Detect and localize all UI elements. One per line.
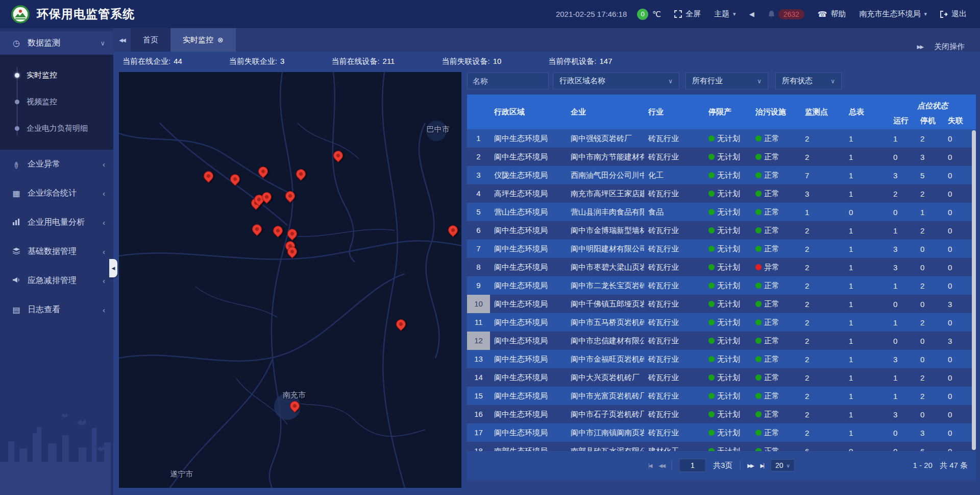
table-body: 1 阆中生态环境局 阆中强锐页岩砖厂 砖瓦行业 无计划 正常 2 1 1 2 0 [467,129,976,451]
next-page-button[interactable]: ▶▶ [747,463,753,468]
row-stopped: 0 [916,410,944,419]
row-monitor-points: 2 [801,153,845,161]
close-tab-icon[interactable]: ⊗ [217,36,224,44]
row-region: 阆中生态环境局 [490,263,567,272]
sidebar-item-base-data-management[interactable]: 基础数据管理 ‹ [0,237,113,266]
notifications[interactable]: 2632 [768,9,804,19]
app-logo-icon [11,5,30,23]
row-monitor-points: 2 [801,226,845,235]
map-roads [119,72,461,488]
mute-speaker-icon[interactable]: ◀ [749,10,754,18]
table-scrollbar[interactable] [972,130,976,450]
row-company: 南充市高坪区王家店建 [567,189,644,199]
table-row[interactable]: 4 高坪生态环境局 南充市高坪区王家店建 砖瓦行业 无计划 正常 3 1 2 2… [467,184,976,203]
theme-dropdown[interactable]: 主题 ▾ [714,9,736,19]
table-row[interactable]: 16 阆中生态环境局 阆中市石子页岩机砖厂 砖瓦行业 无计划 正常 2 1 3 … [467,405,976,423]
sidebar-collapse-button[interactable]: ◀ [109,259,117,277]
table-row[interactable]: 1 阆中生态环境局 阆中强锐页岩砖厂 砖瓦行业 无计划 正常 2 1 1 2 0 [467,129,976,148]
last-page-button[interactable]: ▶| [761,463,764,468]
row-pollution-facility: 正常 [751,355,801,364]
row-production-limit: 无计划 [704,373,751,383]
page-size-select[interactable]: 20 ∨ [771,459,795,472]
sidebar-item-power-usage-analysis[interactable]: 企业用电量分析 ‹ [0,208,113,237]
table-row[interactable]: 13 阆中生态环境局 阆中市金福旺页岩机砖 砖瓦行业 无计划 正常 2 1 3 … [467,350,976,368]
sidebar-item-log-view[interactable]: ▤ 日志查看 ‹ [0,295,113,324]
sidebar-item-label: 企业综合统计 [28,188,77,199]
logout-button[interactable]: 退出 [940,9,967,19]
table-row[interactable]: 17 阆中生态环境局 阆中市江南镇阆南页岩 砖瓦行业 无计划 正常 2 1 0 … [467,423,976,442]
help-button[interactable]: ☎ 帮助 [818,9,846,19]
row-lost: 0 [944,171,976,180]
row-total-meters: 1 [845,318,889,327]
name-search-input[interactable] [467,73,549,89]
fullscreen-button[interactable]: 全屏 [674,9,701,19]
map[interactable]: 巴中市 南充市 遂宁市 [119,72,461,488]
table-row[interactable]: 12 阆中生态环境局 阆中市忠信建材有限公 砖瓦行业 无计划 正常 2 1 0 … [467,332,976,350]
row-lost: 0 [944,392,976,400]
sidebar-item-video-monitoring[interactable]: 视频监控 [0,88,113,115]
column-stopped: 停机 [916,112,944,129]
sidebar-item-enterprise-statistics[interactable]: ▦ 企业综合统计 ‹ [0,179,113,208]
table-row[interactable]: 11 阆中生态环境局 阆中市五马桥页岩机砖 砖瓦行业 无计划 正常 2 1 1 … [467,313,976,332]
row-monitor-points: 2 [801,355,845,364]
close-operations-button[interactable]: 关闭操作 [934,42,965,52]
table-row[interactable]: 14 阆中生态环境局 阆中大兴页岩机砖厂 砖瓦行业 无计划 正常 2 1 1 2… [467,368,976,387]
status-select[interactable]: 所有状态 ∨ [775,73,842,89]
row-running: 0 [889,337,916,345]
table-row[interactable]: 15 阆中生态环境局 阆中市光富页岩机砖厂 砖瓦行业 无计划 正常 2 1 1 … [467,387,976,405]
table-row[interactable]: 5 营山生态环境局 营山县润丰肉食品有限 食品 无计划 正常 1 0 0 1 0 [467,203,976,221]
table-row[interactable]: 3 仪陇生态环境局 西南油气田分公司川中 化工 无计划 正常 7 1 3 5 0 [467,166,976,184]
row-company: 阆中市金博瑞新型墙材 [567,226,644,235]
row-region: 阆中生态环境局 [490,226,567,235]
facility-status-dot [755,209,762,215]
row-stopped: 1 [916,208,944,217]
row-industry: 砖瓦行业 [644,336,704,346]
row-total-meters: 1 [845,171,889,180]
region-select[interactable]: 行政区域名称 ∨ [553,73,679,89]
facility-status-dot [755,246,762,252]
row-stopped: 2 [916,134,944,143]
row-running: 3 [889,171,916,180]
table-header: 行政区域 企业 行业 停限产 治污设施 监测点 总表 点位状态 运行 停机 失联 [467,95,976,129]
row-stopped: 2 [916,373,944,382]
chevron-left-icon: ‹ [103,276,105,285]
industry-select[interactable]: 所有行业 ∨ [685,73,768,89]
sidebar-item-power-load-detail[interactable]: 企业电力负荷明细 [0,115,113,142]
user-org-dropdown[interactable]: 南充市生态环境局 ▾ [859,9,927,19]
row-running: 0 [889,429,916,437]
row-index: 15 [467,387,490,405]
tab-home[interactable]: 首页 [131,28,170,52]
table-row[interactable]: 9 阆中生态环境局 阆中市二龙长宝页岩砖 砖瓦行业 无计划 正常 2 1 1 2… [467,276,976,295]
prev-page-button[interactable]: ◀◀ [658,463,664,468]
status-select-value: 所有状态 [782,76,813,86]
page-number-input[interactable] [679,459,706,472]
table-row[interactable]: 8 阆中生态环境局 阆中市枣碧大梁山页岩 砖瓦行业 无计划 异常 2 1 3 0… [467,258,976,276]
table-row[interactable]: 10 阆中生态环境局 阆中千佛镇五郎垭页岩 砖瓦行业 无计划 正常 2 1 0 … [467,295,976,313]
total-pages-label: 共3页 [713,461,732,470]
row-total-meters: 0 [845,208,889,217]
sidebar-item-data-monitoring[interactable]: ◷ 数据监测 ∨ [0,31,113,55]
tabs-scroll-left-button[interactable]: ◀◀ [113,28,131,52]
row-production-limit: 无计划 [704,244,751,254]
table-row[interactable]: 18 南部生态环境局 南部县砖瓦水泥有限公 建材化工 无计划 正常 6 0 0 … [467,442,976,451]
row-monitor-points: 2 [801,318,845,327]
row-lost: 0 [944,373,976,382]
row-total-meters: 1 [845,337,889,345]
sidebar-item-realtime-monitoring[interactable]: 实时监控 [0,62,113,88]
table-row[interactable]: 7 阆中生态环境局 阆中明阳建材有限公司 砖瓦行业 无计划 正常 2 1 3 0… [467,240,976,258]
tabs-scroll-right-button[interactable]: ▶▶ [917,44,923,50]
row-monitor-points: 2 [801,300,845,309]
sidebar-item-emergency-reduction[interactable]: 应急减排管理 ‹ [0,266,113,295]
bar-chart-icon [11,218,21,227]
table-row[interactable]: 6 阆中生态环境局 阆中市金博瑞新型墙材 砖瓦行业 无计划 正常 2 1 1 2… [467,221,976,240]
row-lost: 0 [944,208,976,217]
tab-label: 首页 [143,35,158,45]
row-industry: 砖瓦行业 [644,226,704,235]
tab-realtime-monitoring[interactable]: 实时监控 ⊗ [170,28,236,52]
row-pollution-facility: 正常 [751,152,801,162]
row-production-limit: 无计划 [704,428,751,438]
sidebar-item-enterprise-abnormal[interactable]: ! 企业异常 ‹ [0,150,113,179]
table-row[interactable]: 2 阆中生态环境局 阆中市南方节能建材有 砖瓦行业 无计划 正常 2 1 0 3… [467,148,976,166]
main-area: ◀◀ 首页 实时监控 ⊗ ▶▶ 关闭操作 当前在线企业:44 当前失联企业:3 … [113,28,980,495]
first-page-button[interactable]: |◀ [648,463,651,468]
